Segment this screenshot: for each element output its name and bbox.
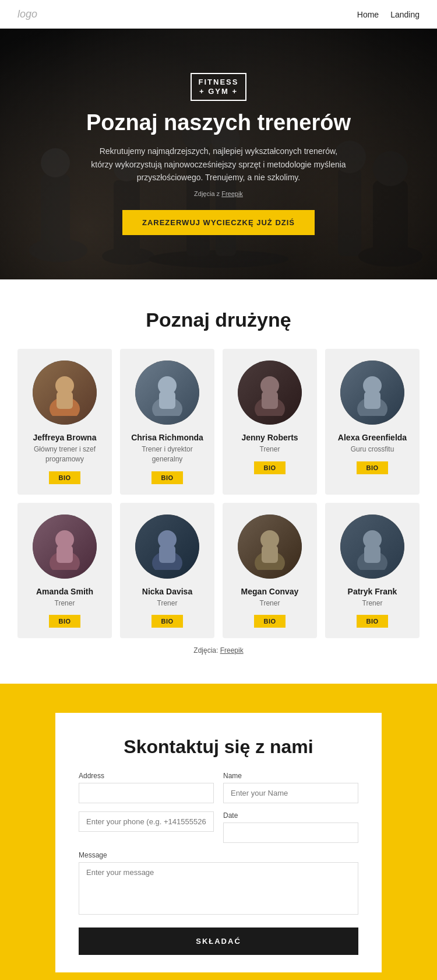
- svg-rect-33: [159, 545, 175, 563]
- bio-button-alexa[interactable]: BIO: [357, 461, 387, 474]
- hero-content: FITNESS + GYM + Poznaj naszych trenerów …: [51, 73, 386, 235]
- team-section: Poznaj drużynę Jeffreya Browna Główny tr…: [0, 279, 437, 684]
- bio-button-chrisa[interactable]: BIO: [151, 471, 182, 484]
- bio-button-jeffreya[interactable]: BIO: [49, 471, 80, 484]
- team-member-name: Alexa Greenfielda: [338, 433, 407, 442]
- svg-rect-24: [262, 391, 278, 409]
- team-member-name: Patryk Frank: [348, 587, 397, 596]
- nav-logo: logo: [17, 8, 37, 20]
- team-grid-row2: Amanda Smith Trener BIO Nicka Davisa Tre…: [17, 503, 420, 639]
- address-label: Address: [79, 772, 214, 780]
- nav-links: Home Landing: [357, 10, 420, 19]
- team-freepik-link[interactable]: Freepik: [220, 646, 244, 654]
- team-grid-row1: Jeffreya Browna Główny trener i szef pro…: [17, 349, 420, 495]
- message-textarea[interactable]: [79, 862, 358, 915]
- team-member-role: Trener: [157, 598, 178, 608]
- bio-button-patryk[interactable]: BIO: [357, 615, 387, 628]
- address-input[interactable]: [79, 783, 214, 803]
- svg-rect-18: [57, 391, 73, 409]
- phone-input[interactable]: [79, 811, 214, 832]
- svg-rect-39: [364, 545, 380, 563]
- svg-rect-30: [57, 545, 73, 563]
- team-member-role: Główny trener i szef programowy: [23, 444, 106, 464]
- team-photo-credit: Zdjęcia: Freepik: [17, 646, 420, 654]
- message-label: Message: [79, 851, 358, 859]
- hero-logo-line1: FITNESS: [199, 78, 239, 87]
- hero-subtitle: Rekrutujemy najmądrzejszych, najlepiej w…: [90, 145, 347, 184]
- date-label: Date: [223, 811, 358, 820]
- avatar-jenny: [238, 360, 302, 425]
- team-member-role: Trener: [260, 444, 280, 454]
- hero-cta-button[interactable]: ZAREZERWUJ WYCIECZKĘ JUŻ DZIŚ: [122, 210, 315, 235]
- avatar-patryk: [340, 514, 404, 579]
- team-card-megan: Megan Convay Trener BIO: [223, 503, 317, 639]
- team-card-patryk: Patryk Frank Trener BIO: [325, 503, 420, 639]
- team-card-amanda: Amanda Smith Trener BIO: [17, 503, 112, 639]
- name-input[interactable]: [223, 783, 358, 803]
- avatar-nicka: [135, 514, 199, 579]
- nav-landing[interactable]: Landing: [390, 10, 420, 19]
- contact-section: Skontaktuj się z nami Address Name Date …: [0, 684, 437, 980]
- team-member-role: Guru crossfitu: [351, 444, 394, 454]
- avatar-jeffreya: [33, 360, 97, 425]
- navbar: logo Home Landing: [0, 0, 437, 29]
- team-card-alexa: Alexa Greenfielda Guru crossfitu BIO: [325, 349, 420, 495]
- bio-button-jenny[interactable]: BIO: [254, 461, 285, 474]
- form-group-name: Name: [223, 772, 358, 803]
- svg-rect-36: [262, 545, 278, 563]
- team-member-role: Trener: [362, 598, 383, 608]
- hero-title: Poznaj naszych trenerów: [86, 110, 351, 136]
- team-card-jeffreya: Jeffreya Browna Główny trener i szef pro…: [17, 349, 112, 495]
- hero-logo-badge: FITNESS + GYM +: [191, 73, 247, 100]
- avatar-amanda: [33, 514, 97, 579]
- avatar-chrisa: [135, 360, 199, 425]
- form-row-address-name: Address Name: [79, 772, 358, 803]
- form-group-phone: [79, 811, 214, 843]
- team-member-role: Trener: [260, 598, 280, 608]
- team-card-nicka: Nicka Davisa Trener BIO: [120, 503, 214, 639]
- team-member-name: Jeffreya Browna: [33, 433, 97, 442]
- date-input[interactable]: [223, 822, 358, 843]
- hero-section: FITNESS + GYM + Poznaj naszych trenerów …: [0, 29, 437, 279]
- form-row-phone-date: Date: [79, 811, 358, 843]
- submit-button[interactable]: SKŁADAĆ: [79, 928, 358, 955]
- team-card-chrisa: Chrisa Richmonda Trener i dyrektor gener…: [120, 349, 214, 495]
- name-label: Name: [223, 772, 358, 780]
- bio-button-megan[interactable]: BIO: [254, 615, 285, 628]
- avatar-alexa: [340, 360, 404, 425]
- form-group-message: Message: [79, 851, 358, 915]
- nav-home[interactable]: Home: [357, 10, 379, 19]
- team-member-name: Chrisa Richmonda: [131, 433, 203, 442]
- team-member-name: Amanda Smith: [36, 587, 93, 596]
- team-member-role: Trener i dyrektor generalny: [126, 444, 209, 464]
- form-group-date: Date: [223, 811, 358, 843]
- contact-card: Skontaktuj się z nami Address Name Date …: [55, 713, 382, 972]
- svg-rect-21: [159, 391, 175, 409]
- bio-button-nicka[interactable]: BIO: [151, 615, 182, 628]
- team-member-role: Trener: [55, 598, 75, 608]
- team-card-jenny: Jenny Roberts Trener BIO: [223, 349, 317, 495]
- team-member-name: Nicka Davisa: [142, 587, 192, 596]
- hero-photo-credit: Zdjęcia z Freepik: [86, 190, 351, 197]
- svg-rect-27: [364, 391, 380, 409]
- team-member-name: Megan Convay: [241, 587, 299, 596]
- form-group-address: Address: [79, 772, 214, 803]
- bio-button-amanda[interactable]: BIO: [49, 615, 80, 628]
- hero-logo-line2: + GYM +: [199, 87, 239, 96]
- hero-freepik-link[interactable]: Freepik: [221, 190, 243, 197]
- contact-title: Skontaktuj się z nami: [79, 736, 358, 758]
- avatar-megan: [238, 514, 302, 579]
- team-member-name: Jenny Roberts: [241, 433, 298, 442]
- team-section-title: Poznaj drużynę: [17, 309, 420, 331]
